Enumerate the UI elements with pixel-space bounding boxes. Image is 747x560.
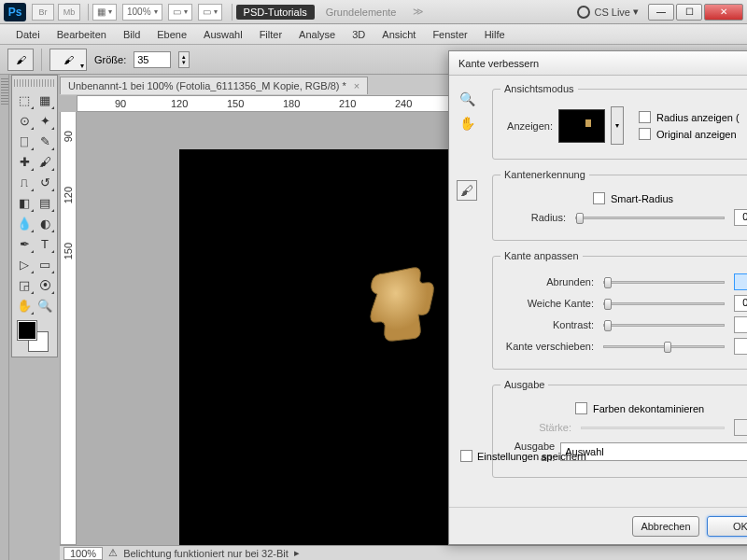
output-to-select[interactable]: Auswahl▾ bbox=[560, 442, 747, 461]
show-radius-checkbox[interactable] bbox=[639, 111, 651, 123]
menu-bearbeiten[interactable]: Bearbeiten bbox=[49, 26, 115, 43]
shape-tool[interactable]: ▭ bbox=[35, 254, 55, 274]
status-bar: 100% ⚠ Belichtung funktioniert nur bei 3… bbox=[60, 545, 747, 560]
stamp-tool[interactable]: ⎍ bbox=[14, 172, 35, 192]
status-message: Belichtung funktioniert nur bei 32-Bit bbox=[123, 548, 289, 559]
menu-auswahl[interactable]: Auswahl bbox=[195, 26, 251, 43]
blur-tool[interactable]: 💧 bbox=[14, 213, 35, 233]
view-dropdown-icon[interactable]: ▾ bbox=[611, 106, 624, 145]
contrast-slider[interactable] bbox=[603, 324, 725, 327]
move-tool[interactable]: ⬚ bbox=[14, 90, 35, 110]
remember-checkbox[interactable] bbox=[460, 450, 472, 462]
pen-tool[interactable]: ✒ bbox=[14, 233, 35, 254]
menu-fenster[interactable]: Fenster bbox=[424, 26, 475, 43]
ruler-vertical[interactable]: 90 120 150 bbox=[60, 112, 77, 545]
amount-input bbox=[734, 419, 747, 436]
zoom-dropdown[interactable]: 100% bbox=[122, 4, 162, 21]
panel-strip bbox=[0, 75, 9, 560]
wand-tool[interactable]: ✦ bbox=[35, 110, 55, 131]
remember-settings-row: Einstellungen speichern bbox=[460, 450, 586, 462]
hand-icon[interactable]: ✋ bbox=[457, 113, 477, 133]
eyedropper-tool[interactable]: ✎ bbox=[35, 131, 55, 151]
tool-preset-picker[interactable]: 🖌 bbox=[7, 49, 34, 71]
feather-input[interactable]: 0,0 bbox=[734, 295, 747, 312]
size-stepper[interactable]: ▴▾ bbox=[178, 51, 190, 68]
view-mode-group: Ansichtsmodus Anzeigen: ▾ Radius anzeige… bbox=[492, 83, 747, 160]
size-input[interactable]: 35 bbox=[134, 51, 171, 68]
foreground-color[interactable] bbox=[18, 321, 36, 340]
path-select-tool[interactable]: ▷ bbox=[14, 254, 35, 274]
refine-edge-dialog: Kante verbessern 🔍 ✋ 🖌 Ansichtsmodus Anz… bbox=[448, 50, 747, 545]
smart-radius-checkbox[interactable] bbox=[593, 192, 605, 204]
feather-slider[interactable] bbox=[603, 302, 725, 305]
app-bar: Ps Br Mb ▦ 100% ▭ ▭ PSD-Tutorials Grunde… bbox=[0, 0, 747, 24]
menu-analyse[interactable]: Analyse bbox=[290, 26, 344, 43]
gradient-tool[interactable]: ▤ bbox=[35, 192, 55, 213]
color-swatches[interactable] bbox=[14, 321, 55, 353]
output-group: Ausgabe Farben dekontaminieren Stärke: A… bbox=[492, 379, 747, 478]
decontaminate-checkbox[interactable] bbox=[575, 402, 587, 414]
menu-datei[interactable]: Datei bbox=[7, 26, 49, 43]
status-more-icon[interactable]: ▸ bbox=[294, 547, 300, 559]
show-original-checkbox[interactable] bbox=[639, 128, 651, 140]
menu-bild[interactable]: Bild bbox=[115, 26, 148, 43]
window-close-button[interactable]: ✕ bbox=[704, 4, 743, 21]
bridge-button[interactable]: Br bbox=[32, 4, 54, 21]
dialog-title-bar[interactable]: Kante verbessern bbox=[449, 51, 747, 76]
refine-brush-icon[interactable]: 🖌 bbox=[457, 180, 477, 201]
crop-tool[interactable]: ⎕ bbox=[14, 131, 35, 151]
brush-tool[interactable]: 🖌 bbox=[35, 151, 55, 172]
radius-slider[interactable] bbox=[575, 217, 725, 219]
edge-detection-group: Kantenerkennung Smart-Radius Radius: 0,0 bbox=[492, 169, 747, 241]
menu-filter[interactable]: Filter bbox=[251, 26, 290, 43]
workspace-tab-psd[interactable]: PSD-Tutorials bbox=[236, 5, 315, 20]
status-warning-icon: ⚠ bbox=[108, 547, 118, 559]
document-tab[interactable]: Unbenannt-1 bei 100% (Fotolia_6111356_M … bbox=[60, 77, 368, 94]
eraser-tool[interactable]: ◧ bbox=[14, 192, 35, 213]
radius-input[interactable]: 0,0 bbox=[734, 209, 747, 226]
type-tool[interactable]: T bbox=[35, 233, 55, 254]
toolbox: ⬚▦ ⊙✦ ⎕✎ ✚🖌 ⎍↺ ◧▤ 💧◐ ✒T ▷▭ ◲⦿ ✋🔍 bbox=[11, 75, 58, 357]
smooth-input[interactable]: 1 bbox=[734, 273, 747, 290]
status-zoom[interactable]: 100% bbox=[63, 547, 103, 560]
ok-button[interactable]: OK bbox=[707, 516, 747, 537]
marquee-tool[interactable]: ▦ bbox=[35, 90, 55, 110]
3d-tool[interactable]: ◲ bbox=[14, 274, 35, 295]
history-brush-tool[interactable]: ↺ bbox=[35, 172, 55, 192]
heal-tool[interactable]: ✚ bbox=[14, 151, 35, 172]
document-tab-title: Unbenannt-1 bei 100% (Fotolia_6111356_M … bbox=[68, 80, 346, 91]
view-label: Anzeigen: bbox=[500, 120, 553, 132]
workspace-tab-grundelemente[interactable]: Grundelemente bbox=[318, 5, 404, 20]
menu-ansicht[interactable]: Ansicht bbox=[374, 26, 424, 43]
cs-live-button[interactable]: CS Live▾ bbox=[577, 6, 639, 19]
menu-3d[interactable]: 3D bbox=[344, 26, 374, 43]
contrast-input[interactable]: 0 bbox=[734, 316, 747, 333]
toolbox-grip[interactable] bbox=[14, 79, 55, 87]
3d-camera-tool[interactable]: ⦿ bbox=[35, 274, 55, 295]
window-minimize-button[interactable]: — bbox=[648, 4, 674, 21]
minibridge-button[interactable]: Mb bbox=[58, 4, 80, 21]
workspace-more-icon[interactable]: ≫ bbox=[413, 6, 424, 18]
screenmode-dropdown[interactable]: ▭ bbox=[198, 4, 222, 21]
ps-logo-icon[interactable]: Ps bbox=[4, 3, 26, 21]
dodge-tool[interactable]: ◐ bbox=[35, 213, 55, 233]
shift-input[interactable]: 0 bbox=[734, 338, 747, 355]
smooth-slider[interactable] bbox=[603, 281, 725, 284]
cancel-button[interactable]: Abbrechen bbox=[632, 516, 699, 537]
menu-bar: Datei Bearbeiten Bild Ebene Auswahl Filt… bbox=[0, 24, 747, 45]
zoom-icon[interactable]: 🔍 bbox=[457, 89, 477, 109]
menu-ebene[interactable]: Ebene bbox=[148, 26, 195, 43]
brush-preview[interactable]: 🖌 bbox=[49, 49, 87, 71]
size-label: Größe: bbox=[94, 54, 126, 65]
adjust-edge-group: Kante anpassen Abrunden:1 Weiche Kante:0… bbox=[492, 250, 747, 370]
view-thumbnail[interactable] bbox=[558, 109, 605, 143]
window-maximize-button[interactable]: ☐ bbox=[676, 4, 702, 21]
arrange-dropdown[interactable]: ▭ bbox=[168, 4, 192, 21]
view-extras-dropdown[interactable]: ▦ bbox=[92, 4, 117, 21]
close-tab-icon[interactable]: × bbox=[354, 80, 359, 91]
menu-hilfe[interactable]: Hilfe bbox=[476, 26, 514, 43]
shift-slider[interactable] bbox=[603, 345, 725, 348]
lasso-tool[interactable]: ⊙ bbox=[14, 110, 35, 131]
hand-tool[interactable]: ✋ bbox=[14, 295, 35, 315]
zoom-tool[interactable]: 🔍 bbox=[35, 295, 55, 315]
